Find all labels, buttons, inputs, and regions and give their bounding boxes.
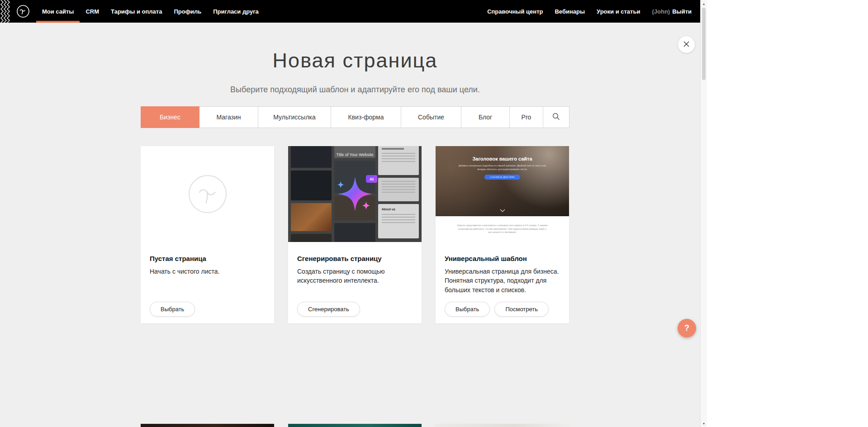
template-card-preview[interactable] [141,424,274,427]
template-card-blank: Пустая страница Начать с чистого листа. … [141,146,274,323]
choose-button[interactable]: Выбрать [150,302,195,317]
tab-multilink[interactable]: Мультиссылка [258,106,331,128]
template-hero-text: Добавьте интересные подробности о вашей … [457,164,548,171]
template-card-ai: About us Title of Your Website [288,146,422,323]
nav-item-logout[interactable]: (John) Выйти [646,0,697,23]
template-card-preview[interactable] [436,424,569,427]
template-grid: Пустая страница Начать с чистого листа. … [141,146,569,427]
zigzag-pattern-icon [0,0,11,23]
user-name: (John) [652,8,670,15]
page-subtitle: Выберите подходящий шаблон и адаптируйте… [141,85,569,95]
template-card-universal: Заголовок вашего сайта Добавьте интересн… [436,146,569,323]
nav-item-my-sites[interactable]: Мои сайты [36,0,80,23]
template-body-text: Коротко представьтесь и расскажите о ком… [456,224,549,234]
new-page-dialog: Новая страница Выберите подходящий шабло… [141,49,569,427]
close-button[interactable] [678,36,695,53]
nav-item-webinars[interactable]: Вебинары [549,0,591,23]
ai-sparkle-icon [288,146,422,242]
tab-quiz-form[interactable]: Квиз-форма [331,106,401,128]
chevron-down-icon [500,206,505,214]
template-hero: Заголовок вашего сайта Добавьте интересн… [436,146,569,216]
nav-left: Мои сайты CRM Тарифы и оплата Профиль Пр… [36,0,265,23]
generate-button[interactable]: Сгенерировать [297,302,360,317]
ai-badge: AI [366,175,377,183]
nav-item-help-center[interactable]: Справочный центр [481,0,549,23]
nav-right: Справочный центр Вебинары Уроки и статьи… [481,0,700,23]
card-title: Универсальный шаблон [436,242,569,262]
card-title: Сгенерировать страницу [288,242,422,262]
tab-event[interactable]: Событие [401,106,461,128]
tab-store[interactable]: Магазин [199,106,258,128]
tab-pro[interactable]: Pro [509,106,543,128]
tab-blog[interactable]: Блог [461,106,510,128]
nav-item-invite[interactable]: Пригласи друга [207,0,265,23]
template-card-preview[interactable] [288,424,422,427]
card-description: Создать страницу с помощью искусственног… [288,262,422,285]
page-scrollbar: ▲ ▼ [700,0,707,427]
category-tabs: Бизнес Магазин Мультиссылка Квиз-форма С… [141,106,569,128]
page-title: Новая страница [141,49,569,72]
tilda-watermark-icon [188,174,228,214]
nav-item-lessons[interactable]: Уроки и статьи [591,0,646,23]
close-icon [683,41,690,49]
help-button[interactable]: ? [678,319,696,337]
template-hero-button: Основное действие [484,175,520,180]
blank-preview[interactable] [141,146,274,242]
tab-search[interactable] [543,106,569,128]
card-description: Начать с чистого листа. [141,262,274,276]
card-title: Пустая страница [141,242,274,262]
nav-item-tariffs[interactable]: Тарифы и оплата [105,0,168,23]
choose-button[interactable]: Выбрать [445,302,490,317]
tilda-logo[interactable] [16,5,30,18]
card-description: Универсальная страница для бизнеса. Поня… [436,262,569,294]
search-icon [552,113,560,122]
scroll-down-icon[interactable]: ▼ [701,420,707,427]
universal-preview[interactable]: Заголовок вашего сайта Добавьте интересн… [436,146,569,242]
nav-item-profile[interactable]: Профиль [168,0,207,23]
nav-item-crm[interactable]: CRM [80,0,105,23]
top-navbar: Мои сайты CRM Тарифы и оплата Профиль Пр… [0,0,700,23]
scroll-up-icon[interactable]: ▲ [701,0,707,7]
scrollbar-thumb[interactable] [702,8,706,80]
ai-preview[interactable]: About us Title of Your Website [288,146,422,242]
tab-business[interactable]: Бизнес [141,106,199,128]
template-hero-title: Заголовок вашего сайта [472,156,532,161]
preview-button[interactable]: Посмотреть [494,302,549,317]
app-window: Мои сайты CRM Тарифы и оплата Профиль Пр… [0,0,700,427]
logout-label: Выйти [672,8,692,15]
